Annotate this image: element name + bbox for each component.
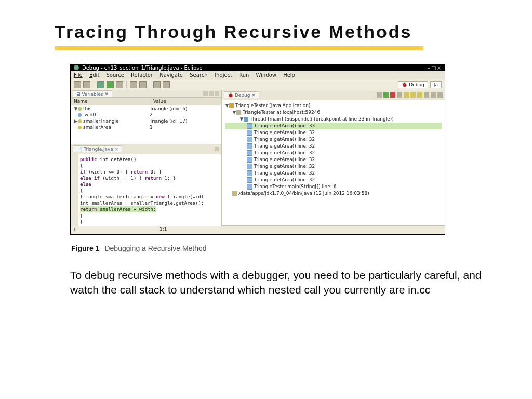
maximize-icon[interactable] [437, 92, 443, 98]
menu-help[interactable]: Help [283, 72, 295, 78]
menu-run[interactable]: Run [239, 72, 249, 78]
menu-navigate[interactable]: Navigate [159, 72, 183, 78]
maximize-icon[interactable] [215, 91, 219, 96]
window-title: Debug - ch13_section_1/Triangle.java - E… [82, 65, 203, 71]
variables-view-header: ⊞ Variables ✕ [71, 90, 221, 98]
frame-icon [247, 170, 252, 176]
frame-icon [247, 137, 252, 142]
slide-title: Tracing Through Recursive Methods [55, 21, 493, 43]
minimize-icon[interactable] [209, 91, 214, 96]
title-underline [55, 46, 423, 50]
window-controls[interactable]: –□× [426, 65, 442, 71]
frame-icon [247, 177, 252, 183]
menu-project[interactable]: Project [215, 72, 232, 78]
frame-icon [247, 123, 252, 129]
step-over-icon[interactable] [410, 92, 416, 98]
ext-tools-icon[interactable] [116, 81, 123, 88]
process-icon [232, 191, 237, 196]
frame-icon [247, 150, 252, 156]
var-row: ▼this Triangle (id=16) [71, 105, 221, 112]
editor-pane: 📄 Triangle.java ✕ public int getArea() {… [71, 144, 221, 226]
maximize-icon[interactable] [215, 147, 219, 151]
debug-view-header: 🐞 Debug ✕ [222, 90, 445, 100]
menu-edit[interactable]: Edit [89, 72, 99, 78]
step-return-icon[interactable] [417, 92, 422, 98]
eclipse-ide-screenshot: Debug - ch13_section_1/Triangle.java - E… [70, 64, 445, 235]
debug-run-icon[interactable] [97, 81, 104, 88]
tab-variables[interactable]: ⊞ Variables ✕ [73, 90, 112, 97]
minimize-icon[interactable] [431, 92, 436, 98]
disconnect-icon[interactable] [397, 92, 402, 98]
menu-file[interactable]: File [74, 72, 83, 78]
frame-icon [247, 164, 252, 169]
var-row: ▶smallerTriangle Triangle (id=17) [71, 118, 221, 124]
tab-editor-file[interactable]: 📄 Triangle.java ✕ [73, 145, 122, 152]
menu-bar[interactable]: File Edit Source Refactor Navigate Searc… [71, 71, 445, 79]
perspective-java[interactable]: Ja [430, 81, 442, 88]
vm-icon [236, 110, 241, 115]
menu-window[interactable]: Window [256, 72, 276, 78]
var-row: width 2 [71, 112, 221, 118]
col-name[interactable]: Name [71, 98, 150, 105]
stack-frame-selected: Triangle.getArea() line: 33 [225, 123, 442, 129]
col-value[interactable]: Value [150, 98, 169, 105]
status-bar: ▯ 1:1 [71, 225, 445, 234]
cursor-position: 1:1 [159, 227, 167, 234]
nav-fwd-icon[interactable] [163, 81, 170, 88]
variables-body[interactable]: ▼this Triangle (id=16) width 2 ▶smallerT… [71, 105, 221, 144]
new-icon[interactable] [74, 81, 81, 88]
menu-refactor[interactable]: Refactor [131, 72, 153, 78]
step-into-icon[interactable] [404, 92, 409, 98]
figure-caption: Figure 1Debugging a Recursive Method [71, 244, 493, 252]
run-icon[interactable] [107, 81, 114, 88]
frame-icon [247, 130, 252, 136]
variables-columns: Name Value [71, 98, 221, 105]
view-menu-icon[interactable] [203, 91, 208, 96]
debug-icon [74, 65, 79, 70]
var-row: smallerArea 1 [71, 124, 221, 130]
body-paragraph: To debug recursive methods with a debugg… [70, 268, 493, 298]
thread-icon [244, 117, 248, 122]
tab-debug[interactable]: 🐞 Debug ✕ [224, 91, 259, 98]
window-titlebar: Debug - ch13_section_1/Triangle.java - E… [71, 64, 445, 71]
java-app-icon [229, 103, 234, 108]
menu-source[interactable]: Source [106, 72, 124, 78]
frame-icon [247, 157, 252, 163]
resume-icon[interactable] [377, 92, 382, 98]
menu-search[interactable]: Search [190, 72, 207, 78]
frame-icon [247, 184, 252, 190]
stop-icon[interactable] [390, 92, 395, 98]
code-area[interactable]: public int getArea() { if (width <= 0) {… [71, 154, 221, 226]
open-type-icon[interactable] [130, 81, 137, 88]
perspective-debug[interactable]: 🐞 Debug [398, 81, 428, 88]
save-icon[interactable] [83, 81, 90, 88]
search-icon[interactable] [139, 81, 147, 88]
debug-tree[interactable]: ▼TriangleTester [Java Application] ▼Tria… [222, 100, 445, 225]
drop-frame-icon[interactable] [424, 92, 429, 98]
frame-icon [247, 143, 252, 149]
main-toolbar[interactable]: 🐞 Debug Ja [71, 79, 445, 90]
play-icon[interactable] [383, 92, 389, 98]
nav-back-icon[interactable] [153, 81, 161, 88]
